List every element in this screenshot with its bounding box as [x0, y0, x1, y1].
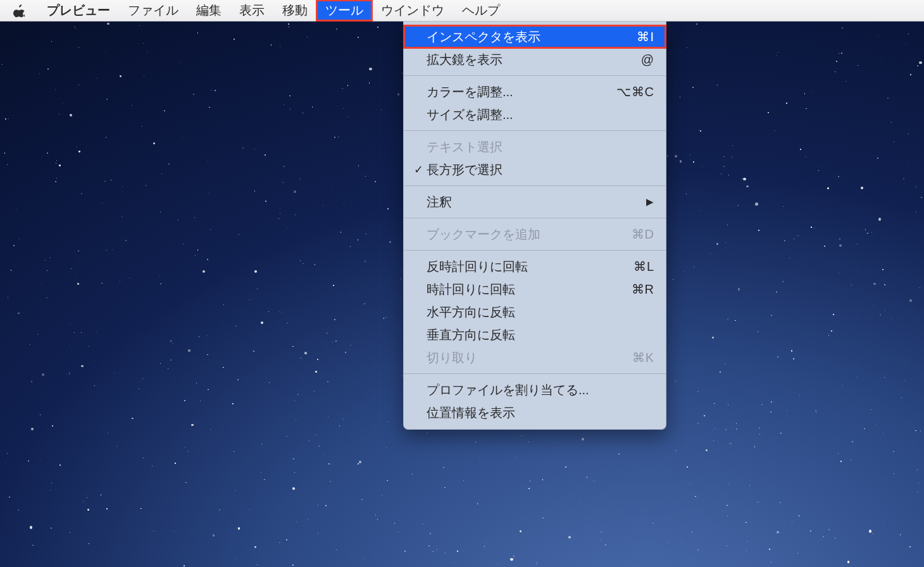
menu-separator	[404, 75, 666, 76]
menubar-item-label: ファイル	[128, 2, 178, 19]
menu-item: ブックマークを追加⌘D	[404, 223, 666, 246]
menu-item-label: テキスト選択	[427, 139, 648, 156]
menu-item-shortcut: ⌘R	[625, 282, 654, 297]
menubar-item-label: ツール	[325, 2, 363, 19]
menubar-item-4[interactable]: 移動	[273, 0, 316, 21]
menu-item: テキスト選択	[404, 135, 666, 158]
menubar-item-label: プレビュー	[47, 2, 110, 19]
checkmark-icon: ✓	[410, 163, 427, 177]
menu-item-label: 垂直方向に反転	[427, 327, 648, 344]
menu-item-label: 拡大鏡を表示	[427, 51, 635, 68]
menu-separator	[404, 218, 666, 218]
menu-separator	[404, 185, 666, 186]
menu-item-label: カラーを調整...	[427, 84, 610, 101]
menu-separator	[404, 250, 666, 251]
menu-item[interactable]: ✓長方形で選択	[404, 158, 666, 181]
menu-item-label: 位置情報を表示	[427, 404, 648, 421]
menu-item[interactable]: 時計回りに回転⌘R	[404, 278, 666, 301]
tools-dropdown-menu: インスペクタを表示⌘I拡大鏡を表示@カラーを調整...⌥⌘Cサイズを調整...テ…	[403, 22, 666, 430]
menu-item-label: 反時計回りに回転	[427, 258, 627, 275]
menubar-item-3[interactable]: 表示	[230, 0, 273, 21]
menu-item-label: インスペクタを表示	[427, 28, 630, 46]
menu-item[interactable]: カラーを調整...⌥⌘C	[404, 80, 666, 103]
menu-item-shortcut: ⌘D	[625, 227, 654, 242]
menu-item-shortcut: ⌘L	[627, 259, 654, 274]
menu-separator	[404, 130, 666, 131]
menubar-item-label: ヘルプ	[462, 2, 500, 19]
menu-item-label: サイズを調整...	[427, 106, 648, 123]
menubar-item-0[interactable]: プレビュー	[38, 0, 119, 21]
menu-item-shortcut: ⌘K	[626, 350, 654, 365]
menu-item[interactable]: 注釈▶	[404, 190, 666, 213]
menubar-item-6[interactable]: ウインドウ	[372, 0, 453, 21]
menu-item[interactable]: 拡大鏡を表示@	[404, 48, 666, 71]
menu-item-label: 水平方向に反転	[427, 304, 648, 321]
menu-item-label: ブックマークを追加	[427, 226, 625, 243]
menu-separator	[404, 373, 666, 374]
menu-item-label: 時計回りに回転	[427, 281, 625, 298]
menu-item[interactable]: 反時計回りに回転⌘L	[404, 255, 666, 278]
menu-item-shortcut: ⌥⌘C	[610, 84, 654, 99]
menu-item-label: プロファイルを割り当てる...	[427, 382, 648, 399]
menu-item[interactable]: インスペクタを表示⌘I	[404, 25, 666, 48]
menubar-item-7[interactable]: ヘルプ	[453, 0, 509, 21]
menu-item-label: 注釈	[427, 194, 640, 211]
menu-item[interactable]: サイズを調整...	[404, 103, 666, 126]
menu-item[interactable]: 位置情報を表示	[404, 401, 666, 424]
submenu-arrow-icon: ▶	[640, 196, 654, 208]
menu-item-shortcut: ⌘I	[630, 29, 654, 44]
menu-item-shortcut: @	[635, 53, 654, 67]
menubar-item-label: 編集	[196, 2, 222, 19]
system-menubar: プレビューファイル編集表示移動ツールウインドウヘルプ	[0, 0, 924, 22]
menubar-item-label: ウインドウ	[381, 2, 444, 19]
menubar-item-5[interactable]: ツール	[316, 0, 372, 21]
menubar-item-2[interactable]: 編集	[187, 0, 230, 21]
apple-logo-icon[interactable]	[13, 4, 27, 18]
menu-item[interactable]: プロファイルを割り当てる...	[404, 378, 666, 401]
menu-item[interactable]: 垂直方向に反転	[404, 323, 666, 346]
menu-item: 切り取り⌘K	[404, 346, 666, 369]
menubar-item-label: 表示	[239, 2, 265, 19]
menubar-item-1[interactable]: ファイル	[119, 0, 187, 21]
menu-item-label: 長方形で選択	[427, 161, 648, 178]
menu-item[interactable]: 水平方向に反転	[404, 301, 666, 323]
menubar-item-label: 移動	[282, 2, 308, 19]
menu-item-label: 切り取り	[427, 349, 626, 366]
